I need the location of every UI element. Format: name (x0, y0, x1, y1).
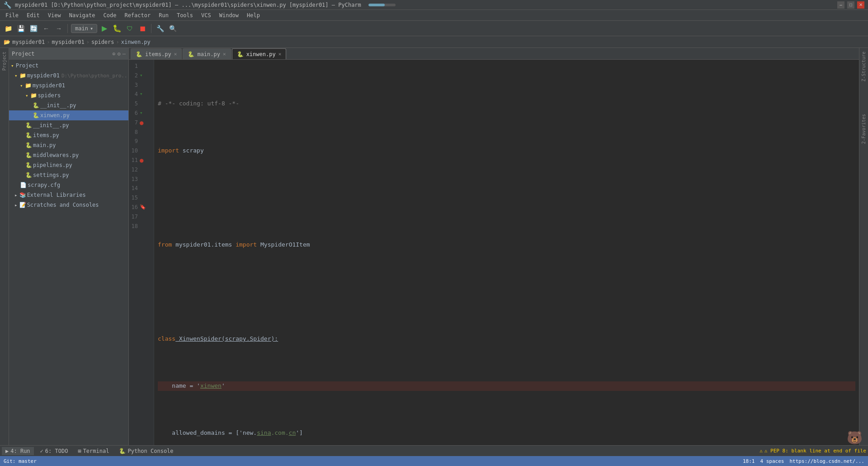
breadcrumb-file[interactable]: xinwen.py (121, 39, 151, 45)
code-content[interactable]: # -*- coding: utf-8 -*- import scrapy fr… (154, 60, 859, 445)
menu-run[interactable]: Run (155, 11, 172, 19)
py-icon: 🐍 (33, 102, 39, 109)
status-right: 18:1 4 spaces https://blog.csdn.net/... (743, 458, 864, 464)
project-add-btn[interactable]: ⊕ (112, 51, 115, 57)
run-button[interactable]: ▶ (99, 23, 110, 34)
gutter-line-9: 9 (129, 137, 154, 146)
tab-xinwen-py[interactable]: 🐍 xinwen.py ✕ (232, 48, 287, 59)
tree-item-xinwen[interactable]: 🐍 xinwen.py (9, 110, 128, 120)
toolbar: 📁 💾 🔄 ← → main ▾ ▶ 🐛 🛡 ◼ 🔧 🔍 (0, 21, 868, 36)
maximize-button[interactable]: □ (847, 1, 854, 9)
menu-file[interactable]: File (2, 11, 22, 19)
stop-button[interactable]: ◼ (137, 23, 148, 34)
bottom-tab-run[interactable]: ▶ 4: Run (2, 447, 34, 455)
folder-chevron: ▾ (25, 93, 28, 99)
tab-label: main.py (197, 51, 220, 57)
bottom-tab-terminal[interactable]: ⊞ Terminal (74, 447, 113, 455)
project-chevron: ▾ (11, 63, 14, 69)
breadcrumb-spiders[interactable]: spiders (91, 39, 114, 45)
menu-view[interactable]: View (44, 11, 65, 19)
tree-item-middlewares[interactable]: 🐍 middlewares.py (9, 150, 128, 160)
run-config-selector[interactable]: main ▾ (71, 24, 97, 33)
code-line-1: # -*- coding: utf-8 -*- (158, 99, 855, 109)
menu-navigate[interactable]: Navigate (66, 11, 99, 19)
tree-item-myspider01[interactable]: ▾ 📁 myspider01 (9, 81, 128, 90)
code-editor[interactable]: 1 2 ▾ 3 4 ▾ 5 (129, 60, 859, 445)
toolbar-back-btn[interactable]: ← (41, 23, 52, 34)
menu-help[interactable]: Help (243, 11, 264, 19)
toolbar-project-icon[interactable]: 📁 (3, 23, 14, 34)
close-button[interactable]: ✕ (857, 1, 864, 9)
tree-item-items[interactable]: 🐍 items.py (9, 130, 128, 140)
tree-item-scratches[interactable]: ▸ 📝 Scratches and Consoles (9, 200, 128, 210)
tree-item-external-libraries[interactable]: ▸ 📚 External Libraries (9, 190, 128, 200)
tree-item-pipelines[interactable]: 🐍 pipelines.py (9, 160, 128, 170)
bottom-tab-todo[interactable]: ✓ 6: TODO (37, 447, 72, 455)
app-icon: 🔧 (4, 1, 11, 9)
url-info: https://blog.csdn.net/... (789, 458, 864, 464)
breadcrumb-myspider01[interactable]: myspider01 (52, 39, 84, 45)
tab-main-py[interactable]: 🐍 main.py ✕ (183, 48, 231, 59)
py-icon: 🐍 (25, 162, 32, 168)
bottom-tab-python-console[interactable]: 🐍 Python Console (115, 447, 177, 455)
progress-fill (368, 4, 385, 6)
cursor-position: 18:1 (743, 458, 755, 464)
tree-item-settings[interactable]: 🐍 settings.py (9, 170, 128, 180)
breakpoint-7[interactable]: ● (140, 118, 149, 128)
project-minimize-btn[interactable]: – (123, 51, 126, 57)
search-button[interactable]: 🔍 (167, 23, 178, 34)
main-layout: Project Project ⊕ ⚙ – ▾ Project ▾ 📁 mysp… (0, 48, 868, 445)
spaces-info: 4 spaces (760, 458, 784, 464)
editor-gutter: 1 2 ▾ 3 4 ▾ 5 (129, 60, 154, 445)
toolbar-sync-btn[interactable]: 🔄 (28, 23, 39, 34)
tab-bar: 🐍 items.py ✕ 🐍 main.py ✕ 🐍 xinwen.py ✕ (129, 48, 859, 60)
pep-msg: ⚠ PEP 8: blank line at end of file (764, 448, 866, 454)
toolbar-save-btn[interactable]: 💾 (15, 23, 26, 34)
breadcrumb-root[interactable]: myspider01 (12, 39, 45, 45)
left-sidebar-icons: Project (0, 48, 9, 445)
settings-button[interactable]: 🔧 (155, 23, 165, 34)
project-tab-icon[interactable]: Project (1, 50, 8, 72)
breakpoint-11[interactable]: ● (140, 156, 149, 165)
breadcrumb: 📂 myspider01 › myspider01 › spiders › xi… (0, 36, 868, 48)
title-bar: 🔧 myspider01 [D:\Python\python_project\m… (0, 0, 868, 10)
code-line-5 (158, 287, 855, 297)
tree-item-project[interactable]: ▾ Project (9, 61, 128, 71)
menu-vcs[interactable]: VCS (198, 11, 215, 19)
todo-label: 6: TODO (45, 448, 68, 454)
code-line-7: name = 'xinwen' (158, 381, 855, 391)
menu-code[interactable]: Code (100, 11, 120, 19)
menu-refactor[interactable]: Refactor (121, 11, 154, 19)
gutter-line-14: 14 (129, 184, 154, 193)
tree-item-spiders[interactable]: ▾ 📁 spiders (9, 90, 128, 100)
favorites-tab[interactable]: 2-Favorites (860, 112, 867, 146)
tree-item-myspider01-root[interactable]: ▾ 📁 myspider01 D:\Python\python_pro... (9, 71, 128, 81)
cover-button[interactable]: 🛡 (124, 23, 135, 34)
tree-item-init-spiders[interactable]: 🐍 __init__.py (9, 100, 128, 110)
menu-tools[interactable]: Tools (173, 11, 197, 19)
debug-button[interactable]: 🐛 (112, 23, 123, 34)
tab-close-xinwen[interactable]: ✕ (278, 51, 282, 57)
menu-window[interactable]: Window (216, 11, 242, 19)
menu-edit[interactable]: Edit (23, 11, 43, 19)
tree-item-scrapy-cfg[interactable]: 📄 scrapy.cfg (9, 180, 128, 190)
toolbar-forward-btn[interactable]: → (53, 23, 64, 34)
status-bar: Git: master 18:1 4 spaces https://blog.c… (0, 456, 868, 466)
tab-close-items[interactable]: ✕ (174, 51, 177, 57)
gutter-line-5: 5 (129, 99, 154, 109)
gutter-line-4: 4 ▾ (129, 90, 154, 99)
project-tree: ▾ Project ▾ 📁 myspider01 D:\Python\pytho… (9, 60, 128, 445)
bookmark-16[interactable]: 🔖 (140, 203, 149, 212)
tab-items-py[interactable]: 🐍 items.py ✕ (131, 48, 182, 59)
structure-tab[interactable]: Z-Structure (860, 50, 867, 83)
tab-label-active: xinwen.py (246, 51, 276, 57)
minimize-button[interactable]: – (837, 1, 844, 9)
project-settings-btn[interactable]: ⚙ (118, 51, 121, 57)
tab-close-main[interactable]: ✕ (223, 51, 226, 57)
tree-item-init-root[interactable]: 🐍 __init__.py (9, 120, 128, 130)
tree-item-main[interactable]: 🐍 main.py (9, 140, 128, 150)
run-config-chevron: ▾ (90, 25, 93, 32)
project-panel: Project ⊕ ⚙ – ▾ Project ▾ 📁 myspider01 D… (9, 48, 129, 445)
gutter-line-1: 1 (129, 62, 154, 71)
code-line-4: from myspider01.items import MyspiderO1I… (158, 240, 855, 250)
